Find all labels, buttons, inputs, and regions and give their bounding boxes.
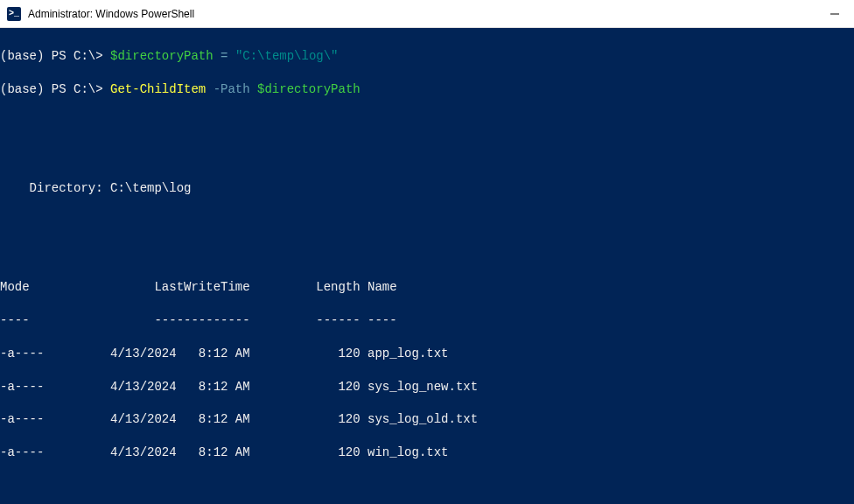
directory-path: C:\temp\log [110, 181, 191, 195]
operator: = [214, 49, 235, 63]
table-row: -a---- 4/13/2024 8:12 AM 120 sys_log_old… [0, 411, 854, 428]
directory-label: Directory: [0, 181, 110, 195]
blank-line [0, 478, 854, 494]
command-line: (base) PS C:\> $directoryPath = "C:\temp… [0, 48, 854, 65]
table-header: Mode LastWriteTime Length Name [0, 279, 854, 296]
prompt: (base) PS C:\> [0, 82, 110, 96]
window-title: Administrator: Windows PowerShell [28, 8, 194, 20]
blank-line [0, 214, 854, 230]
table-row: -a---- 4/13/2024 8:12 AM 120 sys_log_new… [0, 379, 854, 396]
table-row: -a---- 4/13/2024 8:12 AM 120 app_log.txt [0, 346, 854, 362]
terminal-output[interactable]: (base) PS C:\> $directoryPath = "C:\temp… [0, 28, 854, 504]
prompt: (base) PS C:\> [0, 49, 110, 63]
cmdlet: Get-ChildItem [110, 82, 206, 96]
variable: $directoryPath [110, 49, 214, 63]
blank-line [0, 247, 854, 263]
directory-header: Directory: C:\temp\log [0, 180, 854, 197]
parameter: -Path [206, 82, 257, 96]
titlebar-left: >_ Administrator: Windows PowerShell [7, 7, 194, 21]
table-row: -a---- 4/13/2024 8:12 AM 120 win_log.txt [0, 444, 854, 461]
blank-line [0, 147, 854, 164]
minimize-button[interactable] [830, 9, 840, 19]
string-literal: "C:\temp\log\" [235, 49, 339, 63]
command-line: (base) PS C:\> Get-ChildItem -Path $dire… [0, 81, 854, 98]
variable: $directoryPath [257, 82, 360, 96]
powershell-icon-glyph: >_ [9, 9, 19, 18]
window-titlebar: >_ Administrator: Windows PowerShell [0, 0, 854, 28]
blank-line [0, 114, 854, 130]
table-rule: ---- ------------- ------ ---- [0, 312, 854, 329]
powershell-icon: >_ [7, 7, 21, 21]
titlebar-controls [830, 9, 847, 19]
